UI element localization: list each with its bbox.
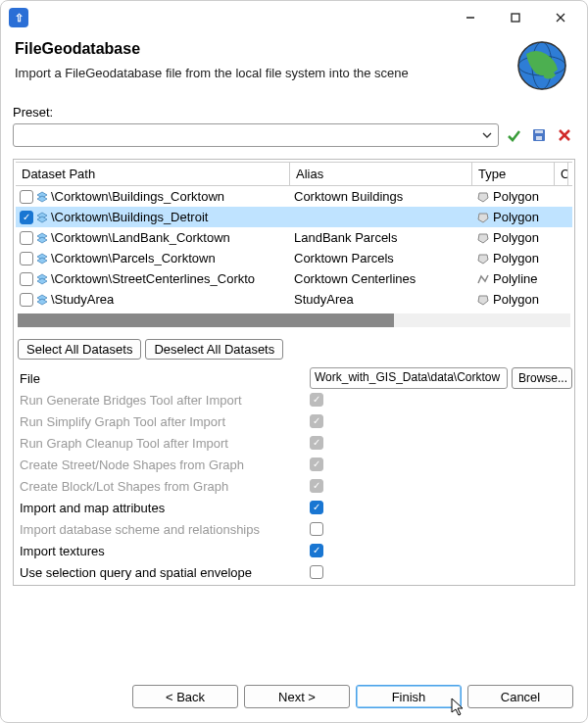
- row-alias: LandBank Parcels: [294, 230, 398, 245]
- row-path: \Corktown\StreetCenterlines_Corkto: [51, 271, 255, 286]
- globe-icon: [516, 40, 567, 91]
- file-input[interactable]: Work_with_GIS_Data\data\Corktow: [310, 367, 508, 389]
- option-checkbox[interactable]: [310, 544, 323, 557]
- preset-section: Preset:: [1, 97, 587, 153]
- option-label: Run Generate Bridges Tool after Import: [16, 393, 310, 408]
- row-path: \StudyArea: [51, 292, 114, 307]
- row-type: Polygon: [493, 292, 539, 307]
- option-checkbox: [310, 393, 323, 407]
- table-row[interactable]: \Corktown\LandBank_CorktownLandBank Parc…: [16, 227, 572, 248]
- option-checkbox[interactable]: [310, 522, 323, 536]
- option-row: Create Block/Lot Shapes from Graph: [16, 475, 572, 497]
- row-path: \Corktown\LandBank_Corktown: [51, 230, 230, 245]
- row-type: Polygon: [493, 251, 539, 265]
- option-checkbox: [310, 436, 323, 450]
- minimize-button[interactable]: [448, 3, 493, 32]
- layer-icon: [35, 293, 49, 307]
- delete-icon: [558, 128, 571, 142]
- row-type: Polygon: [493, 210, 539, 224]
- options-section: File Work_with_GIS_Data\data\Corktow Bro…: [16, 367, 572, 583]
- table-row[interactable]: \Corktown\Buildings_CorktownCorktown Bui…: [16, 186, 572, 207]
- header-alias[interactable]: Alias: [290, 163, 472, 185]
- horizontal-scrollbar[interactable]: [18, 313, 570, 327]
- select-all-button[interactable]: Select All Datasets: [18, 339, 141, 360]
- type-icon: [476, 252, 490, 265]
- dialog-subtitle: Import a FileGeodatabase file from the l…: [15, 66, 409, 80]
- layer-icon: [35, 211, 49, 224]
- option-label: Run Simplify Graph Tool after Import: [16, 414, 310, 429]
- table-row[interactable]: \Corktown\Buildings_DetroitPolygon: [16, 207, 572, 227]
- option-checkbox[interactable]: [310, 501, 323, 514]
- preset-dropdown[interactable]: [13, 123, 499, 147]
- type-icon: [476, 190, 490, 204]
- layer-icon: [35, 252, 49, 265]
- option-label: Use selection query and spatial envelope: [16, 565, 310, 580]
- selection-buttons: Select All Datasets Deselect All Dataset…: [16, 333, 572, 360]
- row-type: Polygon: [493, 230, 539, 245]
- option-checkbox: [310, 414, 323, 428]
- scrollbar-thumb[interactable]: [18, 313, 394, 327]
- header-type[interactable]: Type: [472, 163, 555, 185]
- option-row: Use selection query and spatial envelope: [16, 561, 572, 583]
- row-type: Polygon: [493, 189, 539, 204]
- dialog-title: FileGeodatabase: [15, 40, 409, 58]
- preset-delete-button[interactable]: [554, 124, 575, 146]
- close-button[interactable]: [538, 3, 583, 32]
- finish-button[interactable]: Finish: [356, 685, 462, 708]
- header-path[interactable]: Dataset Path: [16, 163, 290, 185]
- back-button[interactable]: < Back: [132, 685, 238, 708]
- layer-icon: [35, 190, 49, 204]
- deselect-all-button[interactable]: Deselect All Datasets: [145, 339, 283, 360]
- table-row[interactable]: \Corktown\StreetCenterlines_CorktoCorkto…: [16, 268, 572, 289]
- row-checkbox[interactable]: [20, 190, 33, 204]
- option-row: Run Simplify Graph Tool after Import: [16, 410, 572, 432]
- row-alias: Corktown Buildings: [294, 189, 403, 204]
- app-icon: ⇧: [9, 8, 28, 27]
- table-row[interactable]: \Corktown\Parcels_CorktownCorktown Parce…: [16, 248, 572, 268]
- browse-button[interactable]: Browse...: [512, 367, 572, 389]
- dialog-header: FileGeodatabase Import a FileGeodatabase…: [1, 34, 587, 97]
- preset-save-button[interactable]: [528, 124, 550, 146]
- row-checkbox[interactable]: [20, 272, 33, 286]
- cancel-button[interactable]: Cancel: [467, 685, 573, 708]
- layer-icon: [35, 272, 49, 286]
- layer-icon: [35, 231, 49, 245]
- table-body: \Corktown\Buildings_CorktownCorktown Bui…: [16, 186, 572, 310]
- type-icon: [476, 272, 490, 286]
- row-checkbox[interactable]: [20, 231, 33, 245]
- table-header: Dataset Path Alias Type C: [16, 162, 572, 186]
- row-path: \Corktown\Parcels_Corktown: [51, 251, 216, 265]
- dataset-table: Dataset Path Alias Type C \Corktown\Buil…: [16, 162, 572, 327]
- row-checkbox[interactable]: [20, 211, 33, 224]
- option-row: Import and map attributes: [16, 497, 572, 518]
- row-checkbox[interactable]: [20, 252, 33, 265]
- table-row[interactable]: \StudyAreaStudyAreaPolygon: [16, 289, 572, 310]
- option-label: Create Block/Lot Shapes from Graph: [16, 479, 310, 494]
- type-icon: [476, 293, 490, 307]
- maximize-button[interactable]: [493, 3, 538, 32]
- svg-rect-10: [536, 136, 542, 140]
- option-row: Run Graph Cleanup Tool after Import: [16, 432, 572, 454]
- chevron-down-icon: [482, 130, 492, 140]
- option-row: Import database scheme and relationships: [16, 518, 572, 540]
- header-extra[interactable]: C: [555, 163, 568, 185]
- type-icon: [476, 231, 490, 245]
- option-label: Create Street/Node Shapes from Graph: [16, 458, 310, 472]
- option-row: Run Generate Bridges Tool after Import: [16, 389, 572, 410]
- check-icon: [506, 127, 521, 143]
- row-checkbox[interactable]: [20, 293, 33, 307]
- option-checkbox: [310, 479, 323, 493]
- option-label: Run Graph Cleanup Tool after Import: [16, 436, 310, 451]
- next-button[interactable]: Next >: [244, 685, 350, 708]
- row-alias: StudyArea: [294, 292, 354, 307]
- option-label: Import and map attributes: [16, 501, 310, 515]
- file-row: File Work_with_GIS_Data\data\Corktow Bro…: [16, 367, 572, 389]
- option-checkbox[interactable]: [310, 565, 323, 579]
- titlebar: ⇧: [1, 1, 587, 34]
- row-type: Polyline: [493, 271, 538, 286]
- svg-rect-9: [535, 130, 543, 133]
- svg-rect-1: [512, 14, 519, 22]
- preset-label: Preset:: [13, 105, 575, 120]
- row-path: \Corktown\Buildings_Corktown: [51, 189, 224, 204]
- preset-apply-button[interactable]: [503, 124, 524, 146]
